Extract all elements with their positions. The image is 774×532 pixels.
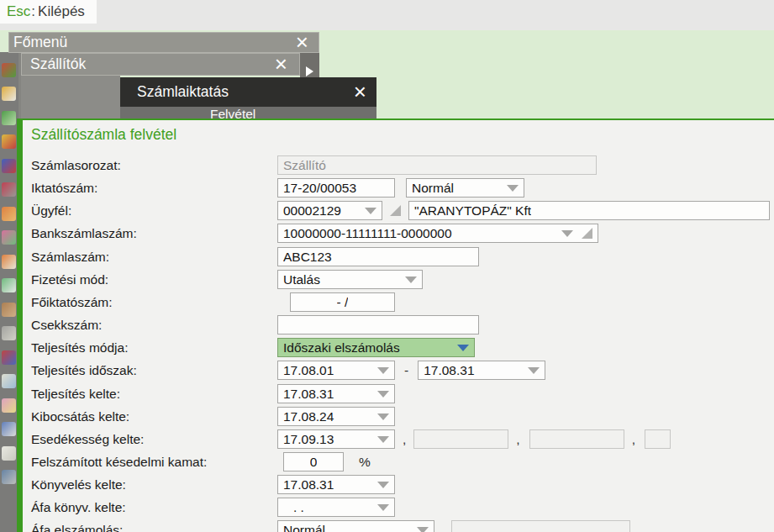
- row-konyveles-kelte: Könyvelés kelte: 17.08.31: [31, 475, 395, 494]
- row-kesedelmi-kamat: Felszámított késedelmi kamat: 0 %: [31, 452, 371, 471]
- mail-icon[interactable]: [2, 374, 16, 388]
- row-kibocsatas-kelte: Kibocsátás kelte: 17.08.24: [31, 407, 395, 426]
- chevron-down-icon: [377, 436, 389, 443]
- afa-elszamolas-extra-field[interactable]: [451, 520, 630, 532]
- exit-label: Kilépés: [38, 3, 85, 20]
- close-icon[interactable]: ×: [296, 30, 308, 52]
- konyveles-kelte-dropdown[interactable]: 17.08.31: [277, 475, 395, 494]
- szamlaiktatas-window-titlebar[interactable]: Számlaiktatás ×: [120, 77, 376, 107]
- szallitok-window-title: Szállítók: [30, 55, 86, 73]
- esc-separator: :: [31, 3, 35, 20]
- esedekesseg-extra-field-2[interactable]: [529, 429, 624, 449]
- afa-konyv-kelte-dropdown[interactable]: . .: [277, 498, 395, 517]
- fizetesi-mod-dropdown[interactable]: Utalás: [277, 270, 423, 289]
- teljesites-modja-dropdown[interactable]: Időszaki elszámolás: [277, 338, 475, 357]
- chevron-down-icon: [365, 208, 376, 214]
- card-icon[interactable]: [2, 278, 16, 292]
- esedekesseg-kelte-dropdown[interactable]: 17.09.13: [277, 429, 395, 449]
- basket-icon[interactable]: [2, 63, 16, 77]
- chevron-down-icon: [417, 527, 429, 532]
- row-bankszamlaszam: Bankszámlaszám: 10000000-11111111-000000…: [31, 224, 598, 243]
- idoszak-from-dropdown[interactable]: 17.08.01: [277, 361, 395, 380]
- cart-icon[interactable]: [2, 87, 16, 101]
- row-szamlasorozat: Számlasorozat: Szállító: [31, 155, 597, 175]
- iktatoszam-label: Iktatószám:: [31, 181, 277, 196]
- idoszak-to-dropdown[interactable]: 17.08.31: [418, 361, 545, 380]
- chevron-down-icon: [528, 367, 540, 374]
- cards-icon[interactable]: [2, 230, 16, 245]
- house-icon[interactable]: [2, 350, 16, 365]
- row-foiktatoszam: Főiktatószám: - /: [31, 292, 395, 312]
- kibocsatas-kelte-label: Kibocsátás kelte:: [31, 409, 277, 424]
- esedekesseg-extra-field-1[interactable]: [413, 429, 508, 449]
- chevron-down-icon: [561, 230, 573, 237]
- chevron-down-icon: [507, 185, 519, 192]
- close-icon[interactable]: ×: [275, 52, 287, 74]
- package-icon[interactable]: [2, 303, 16, 317]
- chevron-down-icon: [377, 367, 389, 374]
- plant-icon[interactable]: [2, 111, 16, 125]
- esedekesseg-extra-field-3[interactable]: [645, 429, 671, 449]
- bankszamlaszam-dropdown[interactable]: 10000000-11111111-0000000: [277, 224, 598, 243]
- lookup-handle-icon[interactable]: [582, 228, 592, 239]
- szamlaiktatas-window-title: Számlaiktatás: [137, 83, 229, 101]
- szamlasorozat-field[interactable]: Szállító: [277, 155, 597, 175]
- szamlasorozat-label: Számlasorozat:: [31, 158, 277, 173]
- fomenu-window-titlebar[interactable]: Főmenü ×: [8, 32, 319, 53]
- iktatoszam-type-dropdown[interactable]: Normál: [406, 178, 524, 198]
- teljesites-kelte-dropdown[interactable]: 17.08.31: [277, 384, 395, 403]
- esc-exit-button[interactable]: Esc:Kilépés: [0, 0, 97, 24]
- menu-item-felvetel[interactable]: Felvétel: [210, 107, 255, 119]
- szamlaszam-field[interactable]: ABC123: [277, 247, 479, 266]
- ugyfel-name-field[interactable]: "ARANYTOPÁZ" Kft: [408, 201, 770, 220]
- row-teljesites-idoszak: Teljesítés időszak: 17.08.01 - 17.08.31: [31, 361, 545, 380]
- close-icon[interactable]: ×: [354, 80, 366, 102]
- coins-icon[interactable]: [2, 134, 16, 149]
- row-ugyfel: Ügyfél: 00002129 "ARANYTOPÁZ" Kft: [31, 201, 770, 220]
- books-icon[interactable]: [2, 159, 16, 173]
- afa-konyv-kelte-label: Áfa könyv. kelte:: [31, 500, 277, 515]
- folder-icon[interactable]: [2, 207, 16, 221]
- chevron-down-icon: [377, 482, 389, 488]
- row-fizetesi-mod: Fizetési mód: Utalás: [31, 270, 423, 289]
- teljesites-modja-label: Teljesítés módja:: [31, 340, 277, 356]
- flask-icon[interactable]: [2, 255, 16, 269]
- szallitok-window-body: [21, 76, 120, 119]
- teljesites-kelte-label: Teljesítés kelte:: [31, 387, 277, 402]
- chevron-down-icon: [377, 504, 389, 511]
- row-esedekesseg-kelte: Esedékesség kelte: 17.09.13 , , ,: [31, 429, 671, 449]
- szallitok-window-titlebar[interactable]: Szállítók ×: [21, 53, 300, 76]
- submenu-arrow-icon: [306, 66, 313, 76]
- icon-dock: [0, 52, 18, 532]
- phone-icon[interactable]: [2, 182, 16, 197]
- ugyfel-label: Ügyfél:: [31, 203, 277, 219]
- lookup-handle-icon[interactable]: [390, 205, 401, 216]
- form-title: Szállítószámla felvétel: [31, 126, 176, 144]
- document-icon[interactable]: [2, 446, 16, 461]
- row-afa-konyv-kelte: Áfa könyv. kelte: . .: [31, 498, 395, 517]
- row-afa-elszamolas: Áfa elszámolás: Normál: [31, 520, 630, 532]
- comma-separator: ,: [632, 432, 635, 447]
- kesedelmi-kamat-field[interactable]: 0: [283, 452, 344, 471]
- comma-separator: ,: [516, 432, 519, 447]
- archive-icon[interactable]: [2, 422, 16, 436]
- register-icon[interactable]: [2, 326, 16, 340]
- fomenu-window-title: Főmenü: [13, 34, 67, 51]
- teljesites-idoszak-label: Teljesítés időszak:: [31, 363, 277, 378]
- fizetesi-mod-label: Fizetési mód:: [31, 272, 277, 287]
- szamlaszam-label: Számlaszám:: [31, 250, 277, 265]
- iktatoszam-field[interactable]: 17-20/00053: [277, 178, 395, 198]
- range-separator: -: [404, 363, 408, 378]
- ugyfel-code-dropdown[interactable]: 00002129: [277, 201, 382, 220]
- kibocsatas-kelte-dropdown[interactable]: 17.08.24: [277, 407, 395, 426]
- csekkszam-field[interactable]: [277, 315, 479, 334]
- csekkszam-label: Csekkszám:: [31, 318, 277, 333]
- chevron-down-icon: [405, 277, 417, 283]
- szamlaiktatas-menu-strip: Felvétel: [120, 107, 376, 119]
- people-icon[interactable]: [2, 398, 16, 413]
- invoice-entry-form: Szállítószámla felvétel Számlasorozat: S…: [17, 119, 774, 532]
- foiktatoszam-field[interactable]: - /: [290, 292, 395, 312]
- tools-icon[interactable]: [2, 470, 16, 484]
- esc-key-label: Esc: [7, 3, 30, 20]
- afa-elszamolas-dropdown[interactable]: Normál: [277, 520, 434, 532]
